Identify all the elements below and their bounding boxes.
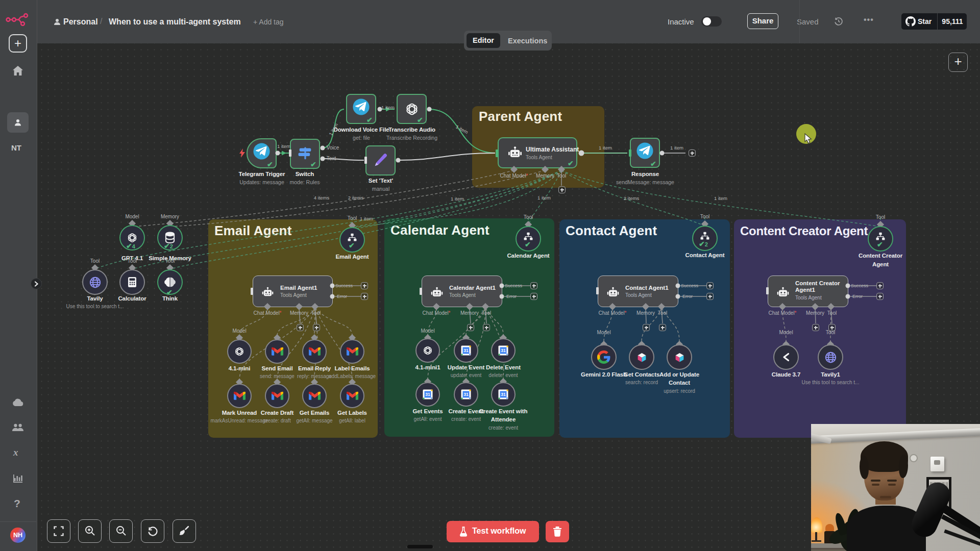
svg-text:31: 31 — [463, 348, 469, 353]
svg-text:31: 31 — [425, 392, 430, 397]
svg-text:31: 31 — [501, 392, 506, 397]
svg-text:31: 31 — [501, 348, 506, 353]
svg-text:31: 31 — [463, 392, 469, 397]
